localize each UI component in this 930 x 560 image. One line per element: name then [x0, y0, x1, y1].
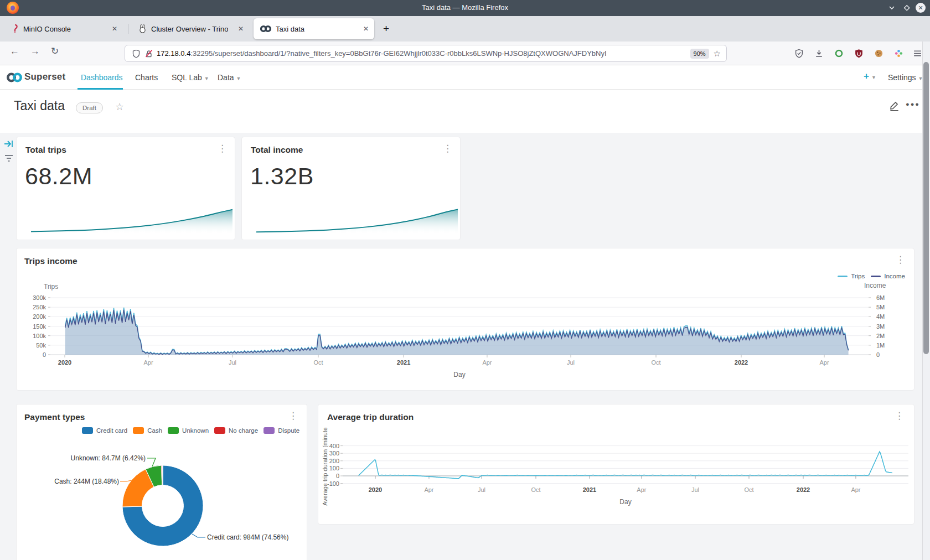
svg-text:200k: 200k — [33, 313, 46, 320]
reload-button[interactable]: ↻ — [51, 45, 59, 57]
svg-text:2020: 2020 — [369, 486, 382, 493]
svg-text:300k: 300k — [33, 294, 46, 301]
svg-text:2022: 2022 — [797, 486, 810, 493]
window-minimize-button[interactable] — [888, 3, 896, 13]
ublock-shield-icon[interactable] — [852, 47, 865, 59]
svg-text:3M: 3M — [876, 323, 885, 330]
tab-close-icon[interactable]: ✕ — [112, 25, 117, 33]
panel-avg-trip-duration: Average trip duration ⋮ 4003002001000-10… — [318, 404, 914, 525]
tab-close-icon[interactable]: ✕ — [238, 25, 244, 33]
back-button[interactable]: ← — [10, 46, 19, 57]
new-tab-button[interactable]: + — [383, 23, 389, 35]
nav-dashboards[interactable]: Dashboards — [81, 73, 123, 82]
svg-text:50k: 50k — [36, 342, 46, 349]
card-total-trips: Total trips ⋮ 68.2M — [16, 137, 235, 240]
trips-income-chart: 300k6M250k5M200k4M150k3M100k2M50k1M00202… — [17, 248, 915, 391]
svg-text:400: 400 — [329, 443, 339, 449]
tab-label: MinIO Console — [23, 25, 71, 33]
expand-filter-bar-icon[interactable] — [3, 138, 14, 149]
svg-text:Apr: Apr — [144, 359, 153, 366]
privacy-extension-icon[interactable] — [833, 47, 845, 59]
tab-close-icon[interactable]: ✕ — [363, 25, 369, 33]
zoom-level-badge[interactable]: 90% — [690, 49, 709, 59]
donut-label-unknown: Unknown: 84.7M (6.42%) — [71, 454, 146, 462]
containers-extension-icon[interactable] — [892, 47, 905, 59]
svg-text:1M: 1M — [876, 342, 885, 349]
chevron-down-icon: ▼ — [204, 76, 209, 81]
tab-separator — [128, 24, 128, 34]
big-number-value: 68.2M — [25, 163, 92, 190]
downloads-icon[interactable] — [813, 47, 825, 59]
svg-text:Jul: Jul — [691, 486, 699, 493]
svg-text:Apr: Apr — [819, 359, 829, 366]
status-badge: Draft — [76, 102, 103, 113]
tab-cluster-overview-trino[interactable]: Cluster Overview - Trino ✕ — [133, 18, 249, 39]
forward-button[interactable]: → — [30, 46, 40, 57]
avg-trip-duration-chart: 4003002001000-1002020AprJulOct2021AprJul… — [318, 405, 915, 525]
window-title: Taxi data — Mozilla Firefox — [0, 3, 930, 12]
superset-infinity-icon — [260, 25, 271, 33]
nav-data[interactable]: Data▼ — [218, 73, 241, 82]
window-titlebar: Taxi data — Mozilla Firefox ✕ — [0, 0, 930, 16]
bookmark-star-icon[interactable]: ☆ — [714, 49, 721, 59]
svg-text:Oct: Oct — [744, 486, 753, 493]
nav-sql-lab[interactable]: SQL Lab▼ — [172, 73, 209, 82]
card-title: Total trips — [25, 145, 66, 155]
superset-brand[interactable]: Superset — [24, 71, 65, 82]
big-number-value: 1.32B — [250, 163, 314, 190]
svg-text:Oct: Oct — [651, 359, 660, 366]
card-title: Total income — [251, 145, 303, 155]
svg-text:0: 0 — [876, 351, 880, 358]
payment-types-donut-chart: Unknown: 84.7M (6.42%) Cash: 244M (18.48… — [17, 405, 308, 560]
url-bar[interactable]: 172.18.0.4:32295/superset/dashboard/1/?n… — [125, 45, 727, 62]
kebab-menu-icon[interactable]: ⋮ — [218, 143, 227, 154]
svg-text:0: 0 — [43, 351, 46, 358]
settings-menu[interactable]: Settings▼ — [888, 73, 923, 82]
hamburger-menu-icon[interactable] — [911, 47, 923, 59]
superset-logo-icon — [6, 71, 23, 84]
url-text[interactable]: 172.18.0.4:32295/superset/dashboard/1/?n… — [157, 49, 690, 58]
ellipsis-menu-icon[interactable]: ●●● — [906, 101, 920, 107]
url-host: 172.18.0.4 — [157, 49, 190, 58]
svg-text:5M: 5M — [876, 304, 885, 310]
nav-charts[interactable]: Charts — [135, 73, 158, 82]
tab-minio-console[interactable]: MinIO Console ✕ — [4, 18, 123, 39]
browser-toolbar: ← → ↻ 172.18.0.4:32295/superset/dashboar… — [0, 42, 930, 65]
svg-text:Day: Day — [453, 371, 465, 378]
svg-text:Jul: Jul — [229, 359, 236, 366]
svg-text:150k: 150k — [33, 323, 46, 330]
browser-window: Taxi data — Mozilla Firefox ✕ MinIO Cons… — [0, 0, 930, 560]
svg-text:2M: 2M — [876, 333, 885, 339]
pocket-shield-check-icon[interactable] — [793, 47, 805, 59]
chevron-down-icon: ▼ — [871, 75, 876, 80]
svg-text:Jul: Jul — [567, 359, 575, 366]
scrollbar-thumb[interactable] — [923, 62, 929, 354]
window-close-button[interactable]: ✕ — [916, 3, 926, 13]
dashboard-header: Taxi data Draft ☆ ●●● — [0, 90, 930, 133]
tab-label: Cluster Overview - Trino — [151, 25, 228, 33]
svg-text:2022: 2022 — [735, 359, 748, 366]
page-title: Taxi data — [14, 98, 65, 113]
insecure-lock-icon[interactable] — [144, 49, 153, 58]
card-total-income: Total income ⋮ 1.32B — [241, 137, 461, 240]
svg-text:Apr: Apr — [424, 486, 433, 493]
chevron-down-icon — [888, 4, 896, 12]
filter-funnel-icon[interactable] — [3, 153, 14, 164]
svg-text:Apr: Apr — [482, 359, 492, 366]
window-maximize-button[interactable] — [903, 3, 911, 13]
svg-text:100: 100 — [329, 465, 339, 471]
favorite-star-icon[interactable]: ☆ — [115, 101, 124, 113]
cookie-extension-icon[interactable] — [872, 47, 885, 59]
add-new-button[interactable]: +▼ — [864, 71, 876, 82]
tab-taxi-data-active[interactable]: Taxi data ✕ — [254, 18, 374, 39]
svg-text:2020: 2020 — [58, 359, 71, 366]
tracking-shield-icon[interactable] — [132, 49, 141, 58]
svg-text:Apr: Apr — [637, 486, 646, 493]
edit-pencil-icon[interactable] — [888, 100, 900, 112]
chevron-down-icon: ▼ — [236, 76, 241, 81]
svg-text:2021: 2021 — [583, 486, 596, 493]
svg-text:Apr: Apr — [851, 486, 860, 493]
kebab-menu-icon[interactable]: ⋮ — [443, 143, 452, 154]
svg-text:300: 300 — [329, 450, 339, 457]
svg-text:Oct: Oct — [531, 486, 540, 493]
